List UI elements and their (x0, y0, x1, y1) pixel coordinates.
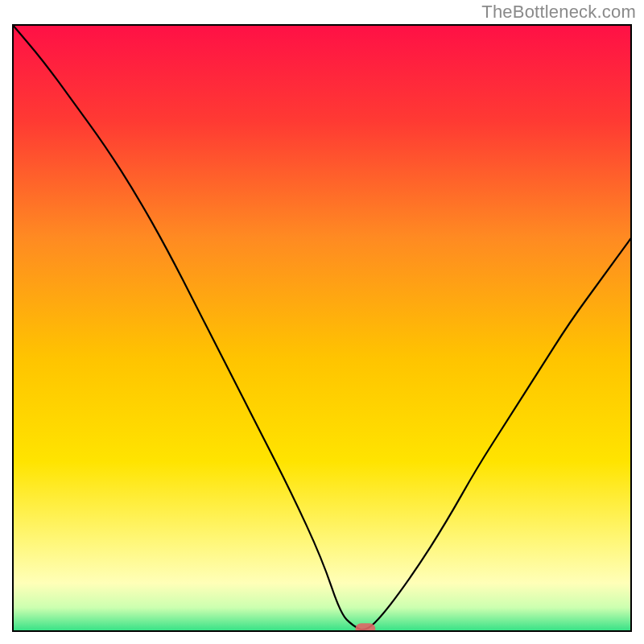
plot-frame (12, 24, 632, 632)
bottleneck-chart (12, 24, 632, 632)
gradient-background (12, 24, 632, 632)
watermark-text: TheBottleneck.com (481, 2, 636, 23)
chart-container: TheBottleneck.com (0, 0, 644, 644)
